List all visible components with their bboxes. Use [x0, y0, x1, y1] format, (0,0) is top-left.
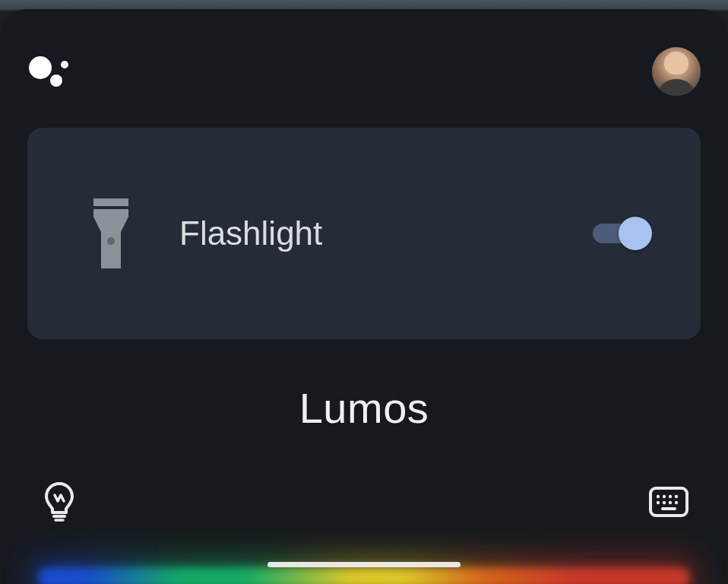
assistant-panel: Flashlight Lumos — [0, 9, 728, 584]
listening-indicator — [38, 567, 690, 584]
svg-rect-1 — [93, 209, 128, 217]
svg-point-13 — [663, 501, 666, 504]
svg-point-15 — [675, 501, 678, 504]
svg-rect-16 — [661, 507, 676, 510]
svg-marker-2 — [93, 217, 128, 232]
header-bar — [0, 9, 728, 123]
flashlight-icon — [88, 197, 134, 270]
bottom-action-bar — [0, 478, 728, 523]
assistant-logo-icon[interactable] — [29, 53, 70, 91]
svg-rect-7 — [650, 488, 687, 516]
keyboard-button[interactable] — [649, 487, 688, 517]
svg-point-11 — [675, 495, 678, 498]
lightbulb-icon — [44, 482, 74, 522]
toggle-thumb — [619, 217, 652, 250]
svg-point-14 — [669, 501, 672, 504]
explore-button[interactable] — [44, 482, 74, 522]
flashlight-toggle[interactable] — [593, 217, 652, 250]
flashlight-card: Flashlight — [27, 128, 701, 339]
svg-point-4 — [107, 237, 115, 245]
svg-point-8 — [657, 495, 660, 498]
home-indicator[interactable] — [267, 562, 461, 567]
svg-point-9 — [663, 495, 666, 498]
user-avatar[interactable] — [652, 47, 701, 96]
svg-point-12 — [657, 501, 660, 504]
voice-input-text: Lumos — [0, 383, 728, 433]
flashlight-label: Flashlight — [179, 214, 322, 252]
svg-rect-0 — [93, 198, 128, 206]
svg-point-10 — [669, 495, 672, 498]
keyboard-icon — [649, 487, 688, 517]
